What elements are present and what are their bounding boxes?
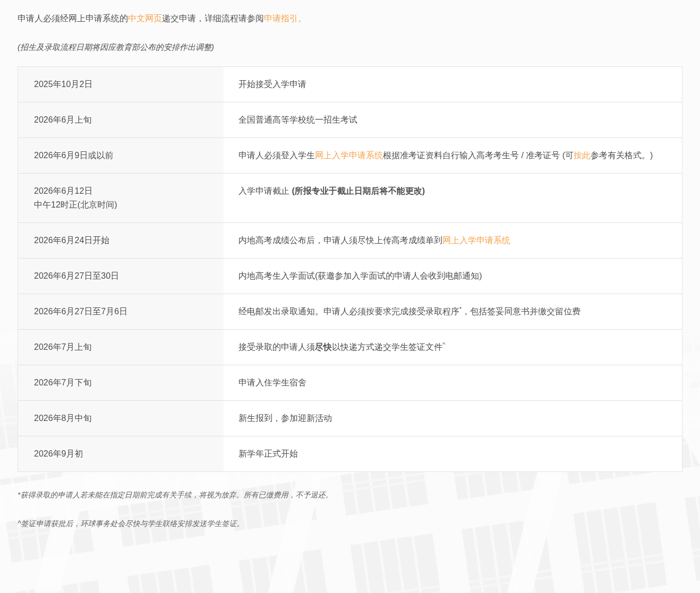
bold-text: (所报专业于截止日期后将不能更改) [292, 186, 425, 195]
timeline-date-line: 2026年6月9日或以前 [34, 151, 113, 160]
text-segment: 经电邮发出录取通知。申请人必须按要求完成接受录取程序 [238, 307, 459, 316]
timeline-row: 2026年6月24日开始内地高考成绩公布后，申请人须尽快上传高考成绩单到网上入学… [18, 222, 682, 258]
timeline-date-cell: 2026年6月27日至30日 [18, 259, 224, 294]
timeline-content-cell: 内地高考生入学面试(获邀参加入学面试的申请人会收到电邮通知) [224, 259, 682, 294]
timeline-date-line: 2026年8月中旬 [34, 414, 92, 423]
text-segment: 开始接受入学申请 [238, 80, 306, 89]
text-segment: 根据准考证资料自行输入高考考生号 / 准考证号 (可 [383, 151, 574, 160]
timeline-date-line: 中午12时正(北京时间) [34, 200, 117, 209]
admission-timeline-table: 2025年10月2日开始接受入学申请2026年6月上旬全国普通高等学校统一招生考… [18, 66, 682, 472]
timeline-row: 2026年7月上旬接受录取的申请人须尽快以快递方式递交学生签证文件^ [18, 329, 682, 365]
timeline-date-line: 2026年7月上旬 [34, 342, 92, 351]
timeline-row: 2026年9月初新学年正式开始 [18, 436, 682, 471]
timeline-row: 2026年6月12日中午12时正(北京时间)入学申请截止 (所报专业于截止日期后… [18, 173, 682, 222]
text-segment: 申请人必须经网上申请系统的 [18, 14, 128, 23]
timeline-date-cell: 2026年6月24日开始 [18, 223, 224, 258]
text-segment: 递交申请，详细流程请参阅 [162, 14, 264, 23]
timeline-row: 2026年6月上旬全国普通高等学校统一招生考试 [18, 102, 682, 137]
timeline-date-cell: 2026年9月初 [18, 436, 224, 471]
text-segment: 入学申请截止 [238, 186, 292, 195]
timeline-content-cell: 入学申请截止 (所报专业于截止日期后将不能更改) [224, 174, 682, 222]
timeline-content-cell: 全国普通高等学校统一招生考试 [224, 102, 682, 137]
timeline-content-cell: 经电邮发出录取通知。申请人必须按要求完成接受录取程序*，包括签妥同意书并缴交留位… [224, 294, 682, 329]
text-segment: ，包括签妥同意书并缴交留位费 [462, 307, 581, 316]
timeline-date-line: 2026年6月27日至7月6日 [34, 307, 127, 316]
timeline-content-cell: 新学年正式开始 [224, 436, 682, 471]
timeline-date-cell: 2026年6月27日至7月6日 [18, 294, 224, 329]
timeline-date-cell: 2025年10月2日 [18, 67, 224, 102]
footnote-deposit: *获得录取的申请人若未能在指定日期前完成有关手续，将视为放弃。所有已缴费用，不予… [18, 489, 682, 500]
inline-link[interactable]: 按此 [574, 151, 591, 160]
text-segment: 参考有关格式。) [591, 151, 653, 160]
timeline-row: 2025年10月2日开始接受入学申请 [18, 67, 682, 102]
timeline-row: 2026年8月中旬新生报到，参加迎新活动 [18, 400, 682, 436]
text-segment: 内地高考生入学面试(获邀参加入学面试的申请人会收到电邮通知) [238, 271, 482, 280]
superscript-marker: ^ [442, 341, 445, 348]
timeline-content-cell: 内地高考成绩公布后，申请人须尽快上传高考成绩单到网上入学申请系统 [224, 223, 682, 258]
timeline-date-line: 2026年6月27日至30日 [34, 271, 119, 280]
footnote-visa: ^签证申请获批后，环球事务处会尽快与学生联络安排发送学生签证。 [18, 518, 682, 529]
timeline-date-cell: 2026年8月中旬 [18, 401, 224, 436]
timeline-content-cell: 申请入住学生宿舍 [224, 365, 682, 400]
timeline-row: 2026年7月下旬申请入住学生宿舍 [18, 365, 682, 400]
timeline-date-line: 2026年6月12日 [34, 186, 92, 195]
timeline-content-cell: 开始接受入学申请 [224, 67, 682, 102]
text-segment: 内地高考成绩公布后，申请人须尽快上传高考成绩单到 [238, 236, 442, 245]
timeline-date-cell: 2026年6月上旬 [18, 102, 224, 137]
timeline-date-line: 2026年9月初 [34, 449, 83, 458]
timeline-date-line: 2026年6月24日开始 [34, 236, 109, 245]
timeline-date-cell: 2026年6月9日或以前 [18, 138, 224, 173]
timeline-content-cell: 新生报到，参加迎新活动 [224, 401, 682, 436]
timeline-date-line: 2026年6月上旬 [34, 115, 92, 124]
timeline-row: 2026年6月27日至7月6日经电邮发出录取通知。申请人必须按要求完成接受录取程… [18, 294, 682, 329]
timeline-date-cell: 2026年6月12日中午12时正(北京时间) [18, 174, 224, 222]
intro-paragraph: 申请人必须经网上申请系统的中文网页递交申请，详细流程请参阅申请指引。 [18, 12, 682, 25]
timeline-content-cell: 接受录取的申请人须尽快以快递方式递交学生签证文件^ [224, 330, 682, 365]
inline-link[interactable]: 网上入学申请系统 [315, 151, 383, 160]
schedule-adjustment-notice: (招生及录取流程日期将因应教育部公布的安排作出调整) [18, 41, 682, 53]
inline-link[interactable]: 申请指引。 [264, 14, 306, 23]
text-segment: 新生报到，参加迎新活动 [238, 414, 332, 423]
timeline-date-cell: 2026年7月下旬 [18, 365, 224, 400]
text-segment: 新学年正式开始 [238, 449, 298, 458]
timeline-date-line: 2026年7月下旬 [34, 378, 92, 387]
text-segment: 以快递方式递交学生签证文件 [332, 342, 442, 351]
inline-link[interactable]: 网上入学申请系统 [442, 236, 510, 245]
inline-link[interactable]: 中文网页 [128, 14, 162, 23]
timeline-row: 2026年6月27日至30日内地高考生入学面试(获邀参加入学面试的申请人会收到电… [18, 258, 682, 294]
text-segment: 接受录取的申请人须 [238, 342, 315, 351]
timeline-row: 2026年6月9日或以前申请人必须登入学生网上入学申请系统根据准考证资料自行输入… [18, 137, 682, 173]
timeline-date-line: 2025年10月2日 [34, 80, 92, 89]
bold-text: 尽快 [315, 342, 332, 351]
timeline-content-cell: 申请人必须登入学生网上入学申请系统根据准考证资料自行输入高考考生号 / 准考证号… [224, 138, 682, 173]
main-content: 申请人必须经网上申请系统的中文网页递交申请，详细流程请参阅申请指引。 (招生及录… [0, 12, 700, 529]
text-segment: 申请入住学生宿舍 [238, 378, 306, 387]
text-segment: 申请人必须登入学生 [238, 151, 315, 160]
text-segment: 全国普通高等学校统一招生考试 [238, 115, 357, 124]
timeline-date-cell: 2026年7月上旬 [18, 330, 224, 365]
